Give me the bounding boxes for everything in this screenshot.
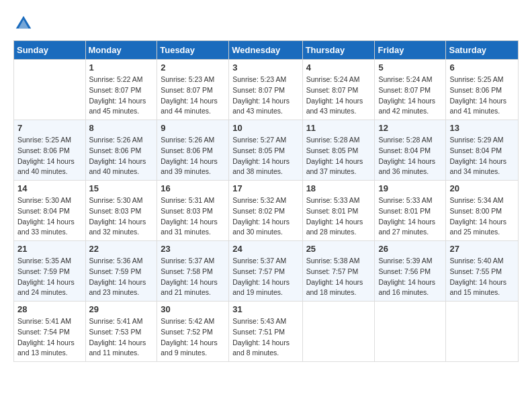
- day-number: 15: [89, 183, 154, 193]
- day-cell: [302, 302, 375, 362]
- day-number: 17: [232, 183, 298, 193]
- day-number: 19: [378, 183, 442, 193]
- day-info: Sunrise: 5:41 AMSunset: 7:53 PMDaylight:…: [89, 316, 154, 359]
- day-info: Sunrise: 5:38 AMSunset: 7:57 PMDaylight:…: [306, 256, 371, 298]
- header-row: SundayMondayTuesdayWednesdayThursdayFrid…: [14, 41, 519, 60]
- day-info: Sunrise: 5:31 AMSunset: 8:03 PMDaylight:…: [161, 195, 225, 238]
- day-cell: [14, 60, 86, 120]
- day-number: 27: [449, 244, 515, 254]
- day-cell: 25Sunrise: 5:38 AMSunset: 7:57 PMDayligh…: [302, 241, 375, 302]
- week-row-5: 28Sunrise: 5:41 AMSunset: 7:54 PMDayligh…: [14, 302, 519, 362]
- day-cell: 2Sunrise: 5:23 AMSunset: 8:07 PMDaylight…: [157, 60, 229, 120]
- day-number: 1: [89, 62, 154, 73]
- week-row-1: 1Sunrise: 5:22 AMSunset: 8:07 PMDaylight…: [14, 60, 519, 120]
- day-number: 7: [17, 123, 82, 133]
- day-info: Sunrise: 5:40 AMSunset: 7:55 PMDaylight:…: [449, 256, 515, 298]
- day-cell: 23Sunrise: 5:37 AMSunset: 7:58 PMDayligh…: [157, 241, 229, 302]
- day-number: 8: [89, 123, 154, 133]
- week-row-3: 14Sunrise: 5:30 AMSunset: 8:04 PMDayligh…: [14, 181, 519, 241]
- day-number: 5: [378, 62, 442, 73]
- day-info: Sunrise: 5:42 AMSunset: 7:52 PMDaylight:…: [161, 316, 225, 359]
- day-number: 28: [17, 304, 82, 314]
- day-cell: 15Sunrise: 5:30 AMSunset: 8:03 PMDayligh…: [85, 181, 157, 241]
- day-cell: 21Sunrise: 5:35 AMSunset: 7:59 PMDayligh…: [14, 241, 86, 302]
- day-cell: 11Sunrise: 5:28 AMSunset: 8:05 PMDayligh…: [302, 120, 375, 181]
- day-number: 6: [449, 62, 515, 73]
- logo-icon: [13, 13, 34, 34]
- day-number: 24: [232, 244, 298, 254]
- day-cell: 7Sunrise: 5:25 AMSunset: 8:06 PMDaylight…: [14, 120, 86, 181]
- col-header-thursday: Thursday: [302, 41, 375, 60]
- day-number: 18: [306, 183, 371, 193]
- day-cell: 9Sunrise: 5:26 AMSunset: 8:06 PMDaylight…: [157, 120, 229, 181]
- day-cell: 18Sunrise: 5:33 AMSunset: 8:01 PMDayligh…: [302, 181, 375, 241]
- page-header: [13, 13, 519, 34]
- day-number: 2: [161, 62, 225, 73]
- day-cell: 13Sunrise: 5:29 AMSunset: 8:04 PMDayligh…: [446, 120, 519, 181]
- day-cell: 14Sunrise: 5:30 AMSunset: 8:04 PMDayligh…: [14, 181, 86, 241]
- day-cell: 8Sunrise: 5:26 AMSunset: 8:06 PMDaylight…: [85, 120, 157, 181]
- day-number: 3: [232, 62, 298, 73]
- day-cell: 26Sunrise: 5:39 AMSunset: 7:56 PMDayligh…: [375, 241, 446, 302]
- day-cell: 28Sunrise: 5:41 AMSunset: 7:54 PMDayligh…: [14, 302, 86, 362]
- day-cell: 27Sunrise: 5:40 AMSunset: 7:55 PMDayligh…: [446, 241, 519, 302]
- day-info: Sunrise: 5:30 AMSunset: 8:04 PMDaylight:…: [17, 195, 82, 238]
- day-number: 21: [17, 244, 82, 254]
- day-info: Sunrise: 5:29 AMSunset: 8:04 PMDaylight:…: [449, 135, 515, 177]
- day-info: Sunrise: 5:35 AMSunset: 7:59 PMDaylight:…: [17, 256, 82, 298]
- day-cell: 20Sunrise: 5:34 AMSunset: 8:00 PMDayligh…: [446, 181, 519, 241]
- calendar-table: SundayMondayTuesdayWednesdayThursdayFrid…: [13, 40, 519, 362]
- day-info: Sunrise: 5:27 AMSunset: 8:05 PMDaylight:…: [232, 135, 298, 177]
- day-cell: [446, 302, 519, 362]
- col-header-tuesday: Tuesday: [157, 41, 229, 60]
- day-cell: 5Sunrise: 5:24 AMSunset: 8:07 PMDaylight…: [375, 60, 446, 120]
- col-header-monday: Monday: [85, 41, 157, 60]
- col-header-saturday: Saturday: [446, 41, 519, 60]
- day-number: 31: [232, 304, 298, 314]
- day-number: 29: [89, 304, 154, 314]
- col-header-wednesday: Wednesday: [229, 41, 302, 60]
- day-info: Sunrise: 5:25 AMSunset: 8:06 PMDaylight:…: [449, 75, 515, 117]
- day-number: 10: [232, 123, 298, 133]
- day-cell: 19Sunrise: 5:33 AMSunset: 8:01 PMDayligh…: [375, 181, 446, 241]
- day-info: Sunrise: 5:28 AMSunset: 8:04 PMDaylight:…: [378, 135, 442, 177]
- day-info: Sunrise: 5:28 AMSunset: 8:05 PMDaylight:…: [306, 135, 371, 177]
- day-info: Sunrise: 5:33 AMSunset: 8:01 PMDaylight:…: [378, 195, 442, 238]
- calendar-body: 1Sunrise: 5:22 AMSunset: 8:07 PMDaylight…: [14, 60, 519, 362]
- day-info: Sunrise: 5:32 AMSunset: 8:02 PMDaylight:…: [232, 195, 298, 238]
- day-info: Sunrise: 5:36 AMSunset: 7:59 PMDaylight:…: [89, 256, 154, 298]
- col-header-sunday: Sunday: [14, 41, 86, 60]
- day-info: Sunrise: 5:23 AMSunset: 8:07 PMDaylight:…: [161, 75, 225, 117]
- logo: [13, 13, 36, 34]
- day-number: 25: [306, 244, 371, 254]
- col-header-friday: Friday: [375, 41, 446, 60]
- day-info: Sunrise: 5:43 AMSunset: 7:51 PMDaylight:…: [232, 316, 298, 359]
- day-cell: 30Sunrise: 5:42 AMSunset: 7:52 PMDayligh…: [157, 302, 229, 362]
- day-cell: 3Sunrise: 5:23 AMSunset: 8:07 PMDaylight…: [229, 60, 302, 120]
- day-number: 9: [161, 123, 225, 133]
- day-number: 4: [306, 62, 371, 73]
- day-cell: 6Sunrise: 5:25 AMSunset: 8:06 PMDaylight…: [446, 60, 519, 120]
- day-cell: 16Sunrise: 5:31 AMSunset: 8:03 PMDayligh…: [157, 181, 229, 241]
- day-cell: 17Sunrise: 5:32 AMSunset: 8:02 PMDayligh…: [229, 181, 302, 241]
- day-number: 14: [17, 183, 82, 193]
- day-info: Sunrise: 5:37 AMSunset: 7:57 PMDaylight:…: [232, 256, 298, 298]
- day-number: 22: [89, 244, 154, 254]
- day-info: Sunrise: 5:37 AMSunset: 7:58 PMDaylight:…: [161, 256, 225, 298]
- day-number: 16: [161, 183, 225, 193]
- day-number: 11: [306, 123, 371, 133]
- day-info: Sunrise: 5:33 AMSunset: 8:01 PMDaylight:…: [306, 195, 371, 238]
- day-cell: 24Sunrise: 5:37 AMSunset: 7:57 PMDayligh…: [229, 241, 302, 302]
- week-row-2: 7Sunrise: 5:25 AMSunset: 8:06 PMDaylight…: [14, 120, 519, 181]
- day-info: Sunrise: 5:23 AMSunset: 8:07 PMDaylight:…: [232, 75, 298, 117]
- day-number: 23: [161, 244, 225, 254]
- day-cell: 10Sunrise: 5:27 AMSunset: 8:05 PMDayligh…: [229, 120, 302, 181]
- day-number: 30: [161, 304, 225, 314]
- day-cell: 31Sunrise: 5:43 AMSunset: 7:51 PMDayligh…: [229, 302, 302, 362]
- day-info: Sunrise: 5:24 AMSunset: 8:07 PMDaylight:…: [306, 75, 371, 117]
- day-info: Sunrise: 5:39 AMSunset: 7:56 PMDaylight:…: [378, 256, 442, 298]
- day-info: Sunrise: 5:41 AMSunset: 7:54 PMDaylight:…: [17, 316, 82, 359]
- day-info: Sunrise: 5:26 AMSunset: 8:06 PMDaylight:…: [89, 135, 154, 177]
- calendar-header: SundayMondayTuesdayWednesdayThursdayFrid…: [14, 41, 519, 60]
- day-number: 26: [378, 244, 442, 254]
